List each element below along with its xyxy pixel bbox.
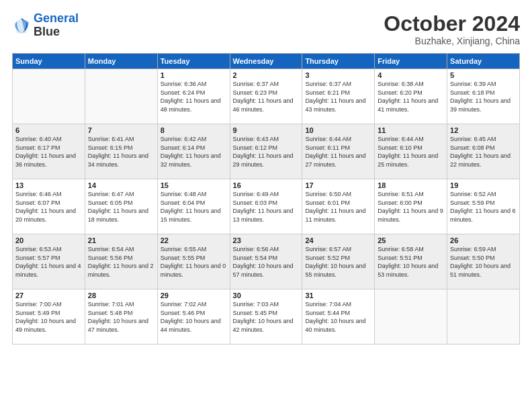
day-info: Sunrise: 6:46 AM Sunset: 6:07 PM Dayligh… xyxy=(15,190,82,224)
page: General Blue October 2024 Buzhake, Xinji… xyxy=(0,0,532,411)
logo-icon xyxy=(12,16,31,35)
day-info: Sunrise: 7:00 AM Sunset: 5:49 PM Dayligh… xyxy=(15,300,82,334)
calendar-cell: 6Sunrise: 6:40 AM Sunset: 6:17 PM Daylig… xyxy=(13,124,85,179)
day-number: 2 xyxy=(233,71,300,79)
calendar-cell: 28Sunrise: 7:01 AM Sunset: 5:48 PM Dayli… xyxy=(85,289,157,345)
day-info: Sunrise: 6:36 AM Sunset: 6:24 PM Dayligh… xyxy=(161,80,227,113)
day-number: 10 xyxy=(305,126,371,134)
day-info: Sunrise: 6:44 AM Sunset: 6:11 PM Dayligh… xyxy=(305,135,371,169)
day-info: Sunrise: 6:54 AM Sunset: 5:56 PM Dayligh… xyxy=(88,245,154,279)
day-info: Sunrise: 6:51 AM Sunset: 6:00 PM Dayligh… xyxy=(378,190,444,224)
calendar-cell xyxy=(85,69,157,124)
day-info: Sunrise: 6:50 AM Sunset: 6:01 PM Dayligh… xyxy=(305,190,371,224)
calendar-cell xyxy=(375,289,447,345)
weekday-header: Wednesday xyxy=(230,54,302,69)
day-number: 3 xyxy=(305,71,371,79)
day-info: Sunrise: 6:37 AM Sunset: 6:21 PM Dayligh… xyxy=(305,80,371,113)
calendar-table: SundayMondayTuesdayWednesdayThursdayFrid… xyxy=(12,53,520,345)
day-info: Sunrise: 6:53 AM Sunset: 5:57 PM Dayligh… xyxy=(15,245,82,279)
day-info: Sunrise: 6:59 AM Sunset: 5:50 PM Dayligh… xyxy=(450,245,517,279)
day-number: 27 xyxy=(15,291,82,300)
day-info: Sunrise: 6:37 AM Sunset: 6:23 PM Dayligh… xyxy=(233,80,300,113)
day-info: Sunrise: 6:49 AM Sunset: 6:03 PM Dayligh… xyxy=(233,190,300,224)
calendar-cell: 1Sunrise: 6:36 AM Sunset: 6:24 PM Daylig… xyxy=(157,69,230,124)
calendar-cell: 24Sunrise: 6:57 AM Sunset: 5:52 PM Dayli… xyxy=(302,234,375,289)
day-number: 26 xyxy=(450,236,517,244)
calendar-cell: 2Sunrise: 6:37 AM Sunset: 6:23 PM Daylig… xyxy=(230,69,302,124)
day-number: 29 xyxy=(161,291,227,300)
calendar-week-row: 6Sunrise: 6:40 AM Sunset: 6:17 PM Daylig… xyxy=(13,124,520,179)
day-number: 19 xyxy=(450,181,517,189)
calendar-cell: 9Sunrise: 6:43 AM Sunset: 6:12 PM Daylig… xyxy=(230,124,302,179)
month-title: October 2024 xyxy=(384,12,520,36)
title-block: October 2024 Buzhake, Xinjiang, China xyxy=(384,12,520,46)
day-info: Sunrise: 6:47 AM Sunset: 6:05 PM Dayligh… xyxy=(88,190,154,224)
calendar-cell: 4Sunrise: 6:38 AM Sunset: 6:20 PM Daylig… xyxy=(375,69,447,124)
day-info: Sunrise: 6:41 AM Sunset: 6:15 PM Dayligh… xyxy=(88,135,154,169)
calendar-cell: 16Sunrise: 6:49 AM Sunset: 6:03 PM Dayli… xyxy=(230,179,302,234)
logo: General Blue xyxy=(12,12,79,39)
day-number: 22 xyxy=(161,236,227,244)
day-number: 18 xyxy=(378,181,444,189)
day-number: 8 xyxy=(161,126,227,134)
day-info: Sunrise: 6:57 AM Sunset: 5:52 PM Dayligh… xyxy=(305,245,371,279)
calendar-cell: 26Sunrise: 6:59 AM Sunset: 5:50 PM Dayli… xyxy=(447,234,520,289)
day-number: 14 xyxy=(88,181,154,189)
calendar-cell: 29Sunrise: 7:02 AM Sunset: 5:46 PM Dayli… xyxy=(157,289,230,345)
calendar-cell xyxy=(447,289,520,345)
calendar-cell: 31Sunrise: 7:04 AM Sunset: 5:44 PM Dayli… xyxy=(302,289,375,345)
calendar-cell: 10Sunrise: 6:44 AM Sunset: 6:11 PM Dayli… xyxy=(302,124,375,179)
calendar-cell: 13Sunrise: 6:46 AM Sunset: 6:07 PM Dayli… xyxy=(13,179,85,234)
day-number: 30 xyxy=(233,291,300,300)
day-number: 5 xyxy=(450,71,517,79)
weekday-header: Tuesday xyxy=(157,54,230,69)
calendar-week-row: 27Sunrise: 7:00 AM Sunset: 5:49 PM Dayli… xyxy=(13,289,520,345)
calendar-cell: 22Sunrise: 6:55 AM Sunset: 5:55 PM Dayli… xyxy=(157,234,230,289)
day-info: Sunrise: 7:03 AM Sunset: 5:45 PM Dayligh… xyxy=(233,300,300,334)
calendar-cell: 23Sunrise: 6:56 AM Sunset: 5:54 PM Dayli… xyxy=(230,234,302,289)
day-info: Sunrise: 7:02 AM Sunset: 5:46 PM Dayligh… xyxy=(161,300,227,334)
day-number: 15 xyxy=(161,181,227,189)
day-number: 7 xyxy=(88,126,154,134)
day-number: 13 xyxy=(15,181,82,189)
calendar-header-row: SundayMondayTuesdayWednesdayThursdayFrid… xyxy=(13,54,520,69)
day-number: 1 xyxy=(161,71,227,79)
weekday-header: Sunday xyxy=(13,54,85,69)
calendar-cell: 30Sunrise: 7:03 AM Sunset: 5:45 PM Dayli… xyxy=(230,289,302,345)
day-number: 24 xyxy=(305,236,371,244)
logo-name: General Blue xyxy=(34,12,79,39)
day-number: 9 xyxy=(233,126,300,134)
day-number: 12 xyxy=(450,126,517,134)
day-number: 16 xyxy=(233,181,300,189)
day-info: Sunrise: 6:42 AM Sunset: 6:14 PM Dayligh… xyxy=(161,135,227,169)
weekday-header: Friday xyxy=(375,54,447,69)
weekday-header: Thursday xyxy=(302,54,375,69)
calendar-cell: 12Sunrise: 6:45 AM Sunset: 6:08 PM Dayli… xyxy=(447,124,520,179)
day-number: 20 xyxy=(15,236,82,244)
calendar-cell xyxy=(13,69,85,124)
day-number: 4 xyxy=(378,71,444,79)
day-info: Sunrise: 6:44 AM Sunset: 6:10 PM Dayligh… xyxy=(378,135,444,169)
weekday-header: Monday xyxy=(85,54,157,69)
day-info: Sunrise: 6:56 AM Sunset: 5:54 PM Dayligh… xyxy=(233,245,300,279)
calendar-cell: 14Sunrise: 6:47 AM Sunset: 6:05 PM Dayli… xyxy=(85,179,157,234)
calendar-week-row: 13Sunrise: 6:46 AM Sunset: 6:07 PM Dayli… xyxy=(13,179,520,234)
calendar-cell: 17Sunrise: 6:50 AM Sunset: 6:01 PM Dayli… xyxy=(302,179,375,234)
calendar-cell: 25Sunrise: 6:58 AM Sunset: 5:51 PM Dayli… xyxy=(375,234,447,289)
calendar-cell: 7Sunrise: 6:41 AM Sunset: 6:15 PM Daylig… xyxy=(85,124,157,179)
day-info: Sunrise: 6:45 AM Sunset: 6:08 PM Dayligh… xyxy=(450,135,517,169)
calendar-cell: 11Sunrise: 6:44 AM Sunset: 6:10 PM Dayli… xyxy=(375,124,447,179)
day-info: Sunrise: 6:52 AM Sunset: 5:59 PM Dayligh… xyxy=(450,190,517,224)
day-number: 31 xyxy=(305,291,371,300)
day-info: Sunrise: 6:48 AM Sunset: 6:04 PM Dayligh… xyxy=(161,190,227,224)
calendar-cell: 8Sunrise: 6:42 AM Sunset: 6:14 PM Daylig… xyxy=(157,124,230,179)
day-info: Sunrise: 6:58 AM Sunset: 5:51 PM Dayligh… xyxy=(378,245,444,279)
day-info: Sunrise: 7:04 AM Sunset: 5:44 PM Dayligh… xyxy=(305,300,371,334)
day-number: 23 xyxy=(233,236,300,244)
day-number: 21 xyxy=(88,236,154,244)
day-info: Sunrise: 6:38 AM Sunset: 6:20 PM Dayligh… xyxy=(378,80,444,113)
calendar-cell: 19Sunrise: 6:52 AM Sunset: 5:59 PM Dayli… xyxy=(447,179,520,234)
calendar-cell: 18Sunrise: 6:51 AM Sunset: 6:00 PM Dayli… xyxy=(375,179,447,234)
day-info: Sunrise: 6:43 AM Sunset: 6:12 PM Dayligh… xyxy=(233,135,300,169)
weekday-header: Saturday xyxy=(447,54,520,69)
